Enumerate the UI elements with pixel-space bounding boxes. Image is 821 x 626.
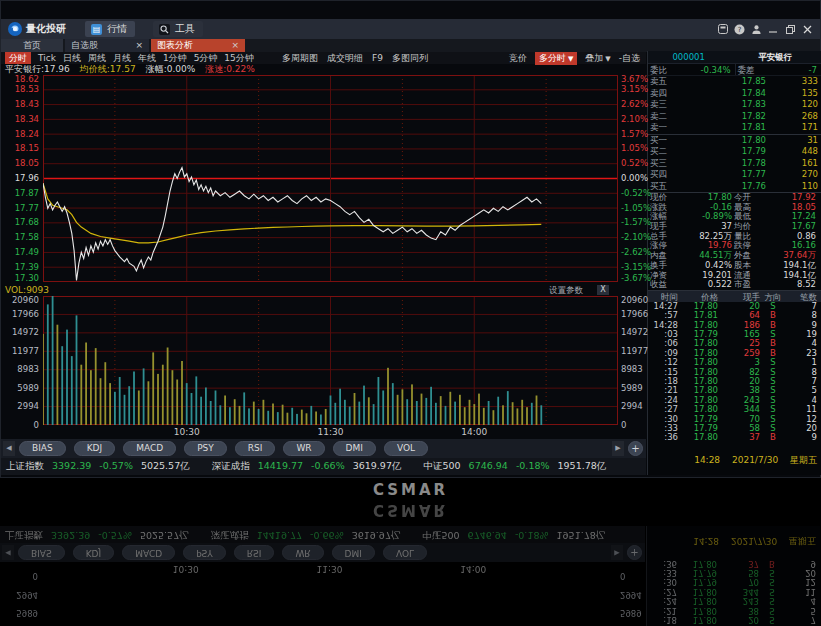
period-15分钟[interactable]: 15分钟 — [224, 52, 253, 64]
indicator-pill-DMI[interactable]: DMI — [333, 441, 376, 456]
add-indicator-button[interactable]: + — [628, 441, 643, 456]
period-分时[interactable]: 分时 — [5, 52, 31, 64]
trade-list: 14:2717.8020S7:5717.8164B814:2817.80186B… — [648, 302, 821, 443]
index-value: 14419.77 — [258, 460, 303, 473]
vol-tick-label-right: 0 — [621, 421, 645, 430]
book-row[interactable]: 卖四17.84135 — [648, 88, 821, 100]
index-pct: -0.66% — [311, 460, 345, 473]
percent-tick-label: 0.00% — [621, 174, 645, 183]
volume-close-button[interactable]: X — [597, 285, 609, 295]
trade-row[interactable]: :3617.8037B9 — [648, 433, 821, 442]
tab-2[interactable]: 自选股× — [65, 39, 149, 52]
indicator-pill-WR[interactable]: WR — [283, 441, 324, 456]
info-segment: 均价线:17.57 — [80, 64, 136, 75]
vol-tick-label-right: 8983 — [621, 365, 645, 374]
svg-text:?: ? — [738, 26, 742, 34]
toolbar-多分时[interactable]: 多分时▼ — [535, 52, 577, 65]
volume-chart[interactable] — [43, 296, 618, 425]
book-row[interactable]: 买四17.77270 — [648, 169, 821, 181]
period-周线[interactable]: 周线 — [88, 52, 106, 64]
intraday-price-chart[interactable] — [43, 75, 618, 282]
period-年线[interactable]: 年线 — [138, 52, 156, 64]
vol-tick-label-right: 14972 — [621, 328, 645, 337]
stock-stats: 现价17.80今开17.92涨跌-0.16最高18.05涨幅-0.89%最低17… — [648, 192, 821, 290]
book-row[interactable]: 卖二17.82268 — [648, 111, 821, 123]
period-Tick[interactable]: Tick — [38, 52, 56, 64]
percent-tick-label: 3.15% — [621, 85, 645, 94]
indicator-pill-PSY[interactable]: PSY — [184, 441, 227, 456]
index-item-上证指数[interactable]: 上证指数3392.39-0.57%5025.57亿 — [6, 460, 198, 473]
quote-info-line: 平安银行:17.96均价线:17.57涨幅:0.00%涨速:0.22% — [5, 64, 265, 75]
percent-tick-label: -3.15% — [621, 263, 645, 272]
caret-down-icon: ▼ — [605, 55, 610, 63]
price-tick-label: 18.24 — [1, 130, 39, 139]
indicator-pill-RSI[interactable]: RSI — [235, 441, 276, 456]
weicha-label: 委差 — [736, 64, 755, 75]
view-成交明细[interactable]: 成交明细 — [327, 52, 363, 64]
theme-icon[interactable] — [714, 21, 731, 37]
time-tick-14:00: 14:00 — [461, 427, 487, 437]
indicator-pill-KDJ[interactable]: KDJ — [74, 441, 116, 456]
view-F9[interactable]: F9 — [372, 52, 383, 64]
book-row[interactable]: 卖三17.83120 — [648, 99, 821, 111]
clock-date: 2021/7/30 — [732, 455, 778, 465]
tab-1[interactable]: 首页 — [1, 39, 63, 52]
period-月线[interactable]: 月线 — [113, 52, 131, 64]
index-item-深证成指[interactable]: 深证成指14419.77-0.66%3619.97亿 — [212, 460, 410, 473]
book-level-label: 卖五 — [650, 76, 676, 88]
view-多周期图[interactable]: 多周期图 — [282, 52, 318, 64]
book-row[interactable]: 买二17.79448 — [648, 146, 821, 158]
menu-tools[interactable]: 工具 — [153, 21, 203, 37]
toolbar-叠加[interactable]: 叠加▼ — [585, 52, 610, 65]
maximize-button[interactable] — [782, 21, 799, 37]
vol-tick-label-left: 2994 — [1, 402, 39, 411]
bid-levels: 买一17.8031买二17.79448买三17.78161买四17.77270买… — [648, 134, 821, 193]
index-value: 3392.39 — [52, 460, 91, 473]
book-row[interactable]: 买五17.76110 — [648, 181, 821, 193]
view-多图同列[interactable]: 多图同列 — [392, 52, 428, 64]
book-row[interactable]: 卖五17.85333 — [648, 76, 821, 88]
book-price: 17.78 — [676, 158, 766, 170]
book-row[interactable]: 买一17.8031 — [648, 135, 821, 147]
menu-quote[interactable]: ▤ 行情 — [85, 21, 135, 37]
index-name: 上证指数 — [6, 460, 44, 473]
close-button[interactable] — [799, 21, 816, 37]
period-5分钟[interactable]: 5分钟 — [194, 52, 218, 64]
user-icon[interactable] — [748, 21, 765, 37]
tab-label: 自选股 — [71, 39, 98, 52]
tab-close-icon[interactable]: × — [135, 39, 143, 52]
scene-top: 量化投研 ▤ 行情 工具 ? — [0, 0, 821, 500]
volume-settings-button[interactable]: 设置参数 — [549, 284, 583, 296]
book-price: 17.80 — [676, 135, 766, 147]
price-tick-label: 17.49 — [1, 248, 39, 257]
price-tick-label: 18.05 — [1, 159, 39, 168]
indicator-pill-BIAS[interactable]: BIAS — [19, 441, 66, 456]
price-tick-label: 17.96 — [1, 174, 39, 183]
vol-tick-label-left: 17966 — [1, 310, 39, 319]
tab-close-icon[interactable]: × — [231, 39, 239, 52]
indicator-pill-MACD[interactable]: MACD — [123, 441, 176, 456]
window-reflection: 量化投研 ▤ 行情 工具 ? — [0, 500, 821, 626]
period-1分钟[interactable]: 1分钟 — [163, 52, 187, 64]
book-row[interactable]: 卖一17.81171 — [648, 122, 821, 134]
scroll-right-icon[interactable]: ▶ — [612, 441, 624, 456]
price-tick-label: 17.87 — [1, 189, 39, 198]
toolbar--自选[interactable]: -自选 — [619, 52, 640, 64]
period-日线[interactable]: 日线 — [63, 52, 81, 64]
time-axis: 10:3011:3014:00 — [1, 425, 646, 439]
help-icon[interactable]: ? — [731, 21, 748, 37]
indicator-pill-VOL[interactable]: VOL — [384, 441, 428, 456]
percent-tick-label: -3.67% — [621, 274, 645, 283]
toolbar-竞价[interactable]: 竞价 — [509, 52, 527, 64]
price-tick-label: 18.43 — [1, 100, 39, 109]
toolbar-right-buttons: 竞价多分时▼叠加▼-自选 — [501, 52, 640, 64]
scroll-left-icon[interactable]: ◀ — [3, 441, 15, 456]
stock-header[interactable]: 000001 平安银行 — [648, 51, 821, 64]
vol-tick-label-left: 14972 — [1, 328, 39, 337]
tools-magnifier-icon — [159, 24, 170, 35]
book-row[interactable]: 买三17.78161 — [648, 158, 821, 170]
book-price: 17.77 — [676, 169, 766, 181]
tab-3[interactable]: 图表分析× — [151, 39, 245, 52]
minimize-button[interactable] — [765, 21, 782, 37]
index-item-中证500[interactable]: 中证5006746.94-0.18%1951.78亿 — [423, 460, 614, 473]
